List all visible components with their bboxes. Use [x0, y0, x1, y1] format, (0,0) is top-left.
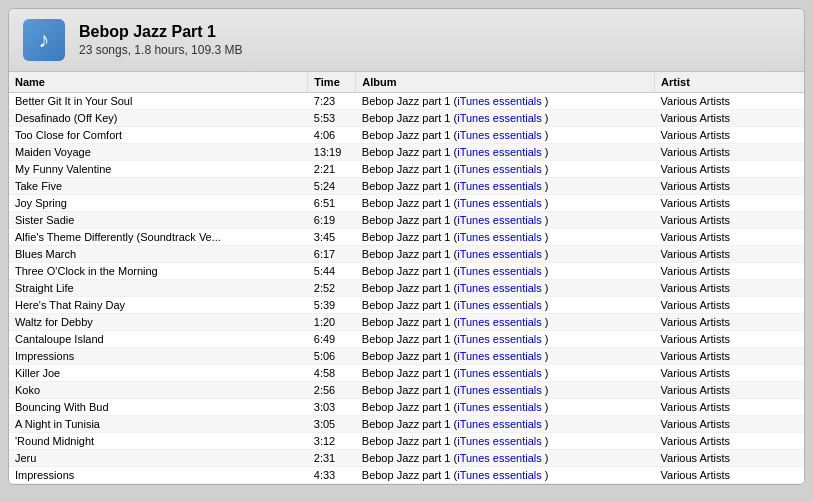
table-row[interactable]: Jeru2:31Bebop Jazz part 1 (iTunes essent… [9, 450, 804, 467]
album-essentials-link[interactable]: iTunes essentials [457, 146, 542, 158]
track-album: Bebop Jazz part 1 (iTunes essentials ) [356, 399, 655, 416]
album-essentials-link[interactable]: iTunes essentials [457, 197, 542, 209]
track-name: Sister Sadie [9, 212, 308, 229]
col-header-name: Name [9, 72, 308, 93]
album-essentials-link[interactable]: iTunes essentials [457, 350, 542, 362]
table-row[interactable]: Joy Spring6:51Bebop Jazz part 1 (iTunes … [9, 195, 804, 212]
track-artist: Various Artists [655, 365, 804, 382]
track-name: Koko [9, 382, 308, 399]
track-album: Bebop Jazz part 1 (iTunes essentials ) [356, 195, 655, 212]
track-artist: Various Artists [655, 263, 804, 280]
album-essentials-link[interactable]: iTunes essentials [457, 384, 542, 396]
album-essentials-link[interactable]: iTunes essentials [457, 316, 542, 328]
table-row[interactable]: Take Five5:24Bebop Jazz part 1 (iTunes e… [9, 178, 804, 195]
album-essentials-link[interactable]: iTunes essentials [457, 180, 542, 192]
table-row[interactable]: Impressions4:33Bebop Jazz part 1 (iTunes… [9, 467, 804, 484]
track-name: Too Close for Comfort [9, 127, 308, 144]
album-essentials-link[interactable]: iTunes essentials [457, 112, 542, 124]
track-name: Here's That Rainy Day [9, 297, 308, 314]
track-album: Bebop Jazz part 1 (iTunes essentials ) [356, 280, 655, 297]
table-row[interactable]: 'Round Midnight3:12Bebop Jazz part 1 (iT… [9, 433, 804, 450]
track-time: 3:05 [308, 416, 356, 433]
track-time: 1:20 [308, 314, 356, 331]
album-essentials-link[interactable]: iTunes essentials [457, 265, 542, 277]
track-artist: Various Artists [655, 314, 804, 331]
album-suffix: ) [542, 469, 549, 481]
album-essentials-link[interactable]: iTunes essentials [457, 248, 542, 260]
track-album: Bebop Jazz part 1 (iTunes essentials ) [356, 382, 655, 399]
album-suffix: ) [542, 316, 549, 328]
table-row[interactable]: Better Git It in Your Soul7:23Bebop Jazz… [9, 93, 804, 110]
album-prefix: Bebop Jazz part 1 ( [362, 129, 457, 141]
album-suffix: ) [542, 214, 549, 226]
album-prefix: Bebop Jazz part 1 ( [362, 180, 457, 192]
album-prefix: Bebop Jazz part 1 ( [362, 95, 457, 107]
header-text: Bebop Jazz Part 1 23 songs, 1.8 hours, 1… [79, 23, 242, 57]
table-row[interactable]: Too Close for Comfort4:06Bebop Jazz part… [9, 127, 804, 144]
album-prefix: Bebop Jazz part 1 ( [362, 316, 457, 328]
album-essentials-link[interactable]: iTunes essentials [457, 282, 542, 294]
table-row[interactable]: Desafinado (Off Key)5:53Bebop Jazz part … [9, 110, 804, 127]
track-album: Bebop Jazz part 1 (iTunes essentials ) [356, 93, 655, 110]
album-essentials-link[interactable]: iTunes essentials [457, 299, 542, 311]
table-row[interactable]: Killer Joe4:58Bebop Jazz part 1 (iTunes … [9, 365, 804, 382]
album-suffix: ) [542, 265, 549, 277]
track-artist: Various Artists [655, 416, 804, 433]
album-prefix: Bebop Jazz part 1 ( [362, 452, 457, 464]
track-time: 6:51 [308, 195, 356, 212]
table-row[interactable]: A Night in Tunisia3:05Bebop Jazz part 1 … [9, 416, 804, 433]
track-artist: Various Artists [655, 348, 804, 365]
track-album: Bebop Jazz part 1 (iTunes essentials ) [356, 144, 655, 161]
table-row[interactable]: Bouncing With Bud3:03Bebop Jazz part 1 (… [9, 399, 804, 416]
main-window: ♪ Bebop Jazz Part 1 23 songs, 1.8 hours,… [8, 8, 805, 485]
album-essentials-link[interactable]: iTunes essentials [457, 231, 542, 243]
album-essentials-link[interactable]: iTunes essentials [457, 401, 542, 413]
track-artist: Various Artists [655, 110, 804, 127]
album-essentials-link[interactable]: iTunes essentials [457, 435, 542, 447]
album-essentials-link[interactable]: iTunes essentials [457, 163, 542, 175]
album-suffix: ) [542, 163, 549, 175]
album-prefix: Bebop Jazz part 1 ( [362, 112, 457, 124]
album-essentials-link[interactable]: iTunes essentials [457, 95, 542, 107]
table-row[interactable]: Maiden Voyage13:19Bebop Jazz part 1 (iTu… [9, 144, 804, 161]
track-artist: Various Artists [655, 331, 804, 348]
table-row[interactable]: Blues March6:17Bebop Jazz part 1 (iTunes… [9, 246, 804, 263]
album-suffix: ) [542, 197, 549, 209]
table-row[interactable]: Koko2:56Bebop Jazz part 1 (iTunes essent… [9, 382, 804, 399]
track-artist: Various Artists [655, 246, 804, 263]
album-essentials-link[interactable]: iTunes essentials [457, 367, 542, 379]
track-artist: Various Artists [655, 467, 804, 484]
album-essentials-link[interactable]: iTunes essentials [457, 452, 542, 464]
track-time: 5:39 [308, 297, 356, 314]
album-prefix: Bebop Jazz part 1 ( [362, 163, 457, 175]
album-prefix: Bebop Jazz part 1 ( [362, 435, 457, 447]
album-essentials-link[interactable]: iTunes essentials [457, 418, 542, 430]
track-name: Waltz for Debby [9, 314, 308, 331]
album-essentials-link[interactable]: iTunes essentials [457, 469, 542, 481]
table-row[interactable]: Impressions5:06Bebop Jazz part 1 (iTunes… [9, 348, 804, 365]
album-essentials-link[interactable]: iTunes essentials [457, 214, 542, 226]
track-name: Joy Spring [9, 195, 308, 212]
table-row[interactable]: Three O'Clock in the Morning5:44Bebop Ja… [9, 263, 804, 280]
album-essentials-link[interactable]: iTunes essentials [457, 129, 542, 141]
track-time: 2:56 [308, 382, 356, 399]
table-row[interactable]: Here's That Rainy Day5:39Bebop Jazz part… [9, 297, 804, 314]
table-row[interactable]: Cantaloupe Island6:49Bebop Jazz part 1 (… [9, 331, 804, 348]
track-time: 5:44 [308, 263, 356, 280]
table-row[interactable]: Straight Life2:52Bebop Jazz part 1 (iTun… [9, 280, 804, 297]
table-row[interactable]: My Funny Valentine2:21Bebop Jazz part 1 … [9, 161, 804, 178]
track-time: 6:17 [308, 246, 356, 263]
track-table: Name Time Album Artist Better Git It in … [9, 72, 804, 484]
table-row[interactable]: Alfie's Theme Differently (Soundtrack Ve… [9, 229, 804, 246]
album-suffix: ) [542, 180, 549, 192]
track-album: Bebop Jazz part 1 (iTunes essentials ) [356, 314, 655, 331]
table-row[interactable]: Waltz for Debby1:20Bebop Jazz part 1 (iT… [9, 314, 804, 331]
table-row[interactable]: Sister Sadie6:19Bebop Jazz part 1 (iTune… [9, 212, 804, 229]
album-essentials-link[interactable]: iTunes essentials [457, 333, 542, 345]
track-artist: Various Artists [655, 212, 804, 229]
track-time: 5:24 [308, 178, 356, 195]
album-prefix: Bebop Jazz part 1 ( [362, 214, 457, 226]
album-prefix: Bebop Jazz part 1 ( [362, 265, 457, 277]
album-prefix: Bebop Jazz part 1 ( [362, 469, 457, 481]
track-album: Bebop Jazz part 1 (iTunes essentials ) [356, 348, 655, 365]
